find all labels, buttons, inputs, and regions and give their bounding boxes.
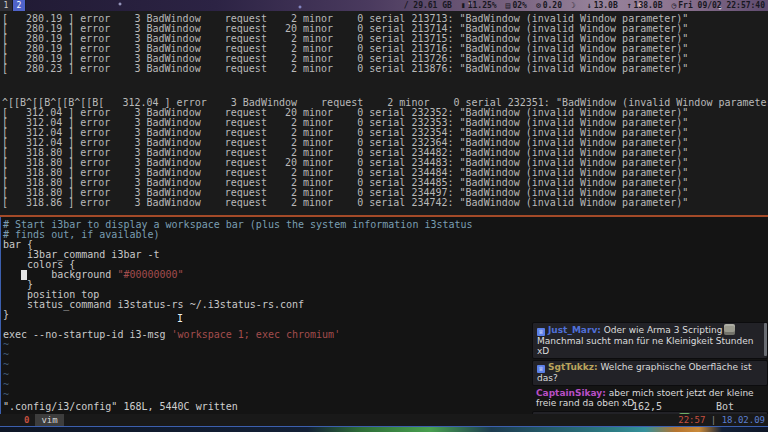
log-line: [ 318.86 ] error 3 BadWindow request 2 m… xyxy=(2,198,768,208)
memory-icon: ▮ xyxy=(461,1,466,10)
disk-usage: / 29.61 GB xyxy=(404,0,452,11)
desktop: 1 2 / 29.61 GB ▮11.25% ▤02% ⚙0.20 ☽ ↓13.… xyxy=(0,0,768,432)
cpu-icon: ▤ xyxy=(506,1,511,10)
chat-username: CaptainSikay: xyxy=(536,388,606,398)
vim-code-line: } xyxy=(3,310,768,320)
vim-code-line: } xyxy=(3,280,768,290)
vim-block-cursor xyxy=(21,270,27,280)
net-upload: ↑138.0B xyxy=(627,0,663,11)
bottom-status-bar: 0 vim 22:57 | 18.02.09 xyxy=(0,414,768,426)
cpu-usage: ▤02% xyxy=(506,0,527,11)
workspace-button-1[interactable]: 1 xyxy=(0,0,13,11)
terminal-pane[interactable]: [ 280.19 ] error 3 BadWindow request 2 m… xyxy=(0,11,768,215)
error-log-group-1: [ 280.19 ] error 3 BadWindow request 2 m… xyxy=(2,14,768,74)
error-log-group-2: ^[[B^[[B^[[B^[[B[ 312.04 ] error 3 BadWi… xyxy=(2,98,768,208)
bar-clock: 22:57 | 18.02.09 xyxy=(678,414,768,426)
up-arrow-icon: ↑ xyxy=(627,1,632,10)
chat-username: SgtTukkz: xyxy=(548,362,598,372)
bar-time: 22:57 xyxy=(678,415,705,425)
mouse-cursor-ibeam: I xyxy=(177,313,183,324)
gear-icon: ⚙ xyxy=(536,1,541,10)
chat-username: Just_Marv: xyxy=(548,325,601,335)
chat-scrollbar[interactable] xyxy=(764,323,767,356)
weather-indicator: ☽ xyxy=(571,0,578,11)
down-arrow-icon: ↓ xyxy=(587,1,592,10)
chat-text: Oder wie Arma 3 Scripting xyxy=(604,325,723,335)
memory-usage: ▮11.25% xyxy=(461,0,497,11)
chat-text: Manchmal sucht man für ne Kleinigkeit St… xyxy=(537,336,753,356)
wallpaper-strip xyxy=(0,426,768,432)
vim-string-literal: "#00000000" xyxy=(117,269,183,280)
net-download: ↓13.0B xyxy=(587,0,618,11)
clock-icon: ◷ xyxy=(671,1,676,10)
prime-badge-icon: ♕ xyxy=(537,365,545,373)
log-line: [ 280.23 ] error 3 BadWindow request 2 m… xyxy=(2,64,768,74)
vim-code-line: i3bar_command i3bar -t xyxy=(3,250,768,260)
vim-code-line: background "#00000000" xyxy=(3,270,768,280)
i3status-segments: / 29.61 GB ▮11.25% ▤02% ⚙0.20 ☽ ↓13.0B ↑… xyxy=(404,0,768,11)
i3bar: 1 2 / 29.61 GB ▮11.25% ▤02% ⚙0.20 ☽ ↓13.… xyxy=(0,0,768,11)
chat-message: ♕Just_Marv: Oder wie Arma 3 ScriptingMan… xyxy=(532,322,768,359)
clock: ◷Fri 09/02 22:57:40 xyxy=(671,0,765,11)
bar-date: 18.02.09 xyxy=(722,415,765,425)
grey-face-emote xyxy=(724,324,735,335)
vim-comment-line: # finds out, if available) xyxy=(3,230,768,240)
load-average: ⚙0.20 xyxy=(536,0,562,11)
chat-message: ♕SgtTukkz: Welche graphische Oberfläche … xyxy=(532,360,768,386)
vim-code-line: status_command i3status-rs ~/.i3status-r… xyxy=(3,300,768,310)
chat-message: CaptainSikay: aber mich stoert jetzt der… xyxy=(532,387,768,410)
prime-badge-icon: ♕ xyxy=(537,328,545,336)
vim-string-literal: 'workspace 1; exec chromium' xyxy=(172,329,341,340)
window-tag[interactable]: 0 xyxy=(0,414,29,426)
window-title-chip[interactable]: vim xyxy=(35,414,63,426)
moon-icon: ☽ xyxy=(571,1,576,10)
workspace-button-2[interactable]: 2 xyxy=(13,0,26,11)
separator: | xyxy=(705,415,721,425)
